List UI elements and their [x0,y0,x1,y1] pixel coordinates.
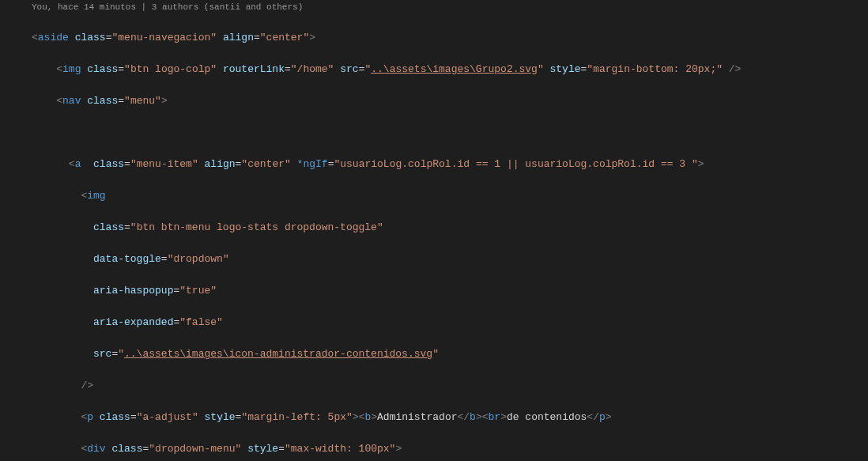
tag: div [87,443,105,455]
bracket: > [309,32,315,43]
value: dropdown-menu [155,443,235,455]
attr: class [75,32,106,43]
tag: p [87,411,93,423]
attr: aria-haspopup [93,285,173,297]
bracket: < [32,32,38,43]
bracket: > [395,443,402,455]
value: usuarioLog.colpRol.id == 1 || usuarioLog… [340,158,692,170]
code-line[interactable]: <img [32,188,868,204]
tag: aside [38,32,69,43]
code-editor[interactable]: <aside class="menu-navegacion" align="ce… [0,14,868,461]
value: btn logo-colp [130,63,210,75]
attr: aria-expanded [93,316,173,328]
code-line[interactable]: /> [32,378,868,394]
value: menu [130,95,155,107]
code-line[interactable]: <p class="a-adjust" style="margin-left: … [32,410,868,425]
attr: routerLink [223,63,285,75]
value: center [247,158,285,170]
code-line[interactable]: <nav class="menu"> [32,93,868,109]
bracket: > [698,158,704,170]
attr: style [550,63,581,75]
text: de contenidos [507,411,587,423]
value: dropdown [173,253,222,265]
attr: class [93,158,124,170]
code-line[interactable]: <a class="menu-item" align="center" *ngI… [32,157,868,172]
code-line[interactable] [32,125,868,141]
value: margin-left: 5px [247,411,346,423]
code-line[interactable]: <div class="dropdown-menu" style="max-wi… [32,441,868,457]
value: menu-navegacion [118,32,210,43]
tag: a [75,158,81,170]
attr: align [205,158,236,170]
value: margin-bottom: 20px; [593,63,716,75]
code-line[interactable]: aria-expanded="false" [32,315,868,331]
value: max-width: 100px [291,443,390,455]
value: center [266,32,304,43]
attr: style [205,411,236,423]
value: false [186,316,217,328]
value: /home [297,63,328,75]
value: true [186,285,210,297]
attr: src [340,63,358,75]
value: a-adjust [143,411,192,423]
text: Administrador [377,411,457,423]
attr: align [223,32,254,43]
attr: class [87,95,118,107]
bracket: /> [81,380,93,391]
attr: class [100,411,130,423]
attr: class [87,63,118,75]
value: menu-item [137,158,192,170]
tag: nav [62,95,81,107]
attr: class [93,221,124,233]
bracket: < [69,158,75,170]
ngif-attr: *ngIf [297,158,328,170]
code-line[interactable]: src="..\assets\images\icon-administrador… [32,346,868,362]
value: btn btn-menu logo-stats dropdown-toggle [137,221,377,233]
code-line[interactable]: <img class="btn logo-colp" routerLink="/… [32,62,868,77]
bracket: /> [729,63,742,75]
tag: br [489,411,501,423]
tag: img [62,63,81,75]
bracket: < [56,63,62,75]
codelens-annotation[interactable]: You, hace 14 minutos | 3 authors (santii… [0,0,868,14]
code-line[interactable]: data-toggle="dropdown" [32,251,868,267]
attr: data-toggle [93,253,161,265]
bracket: < [56,95,62,107]
attr: class [111,443,142,455]
link[interactable]: ..\assets\images\Grupo2.svg [371,63,538,75]
bracket: > [161,95,168,107]
code-line[interactable]: aria-haspopup="true" [32,283,868,299]
attr: src [93,348,111,360]
tag: img [87,190,105,202]
code-line[interactable]: <aside class="menu-navegacion" align="ce… [32,30,868,46]
code-line[interactable]: class="btn btn-menu logo-stats dropdown-… [32,220,868,236]
attr: style [247,443,278,455]
tag: b [470,411,476,423]
tag: p [599,411,606,423]
link[interactable]: ..\assets\images\icon-administrador-cont… [124,348,432,360]
